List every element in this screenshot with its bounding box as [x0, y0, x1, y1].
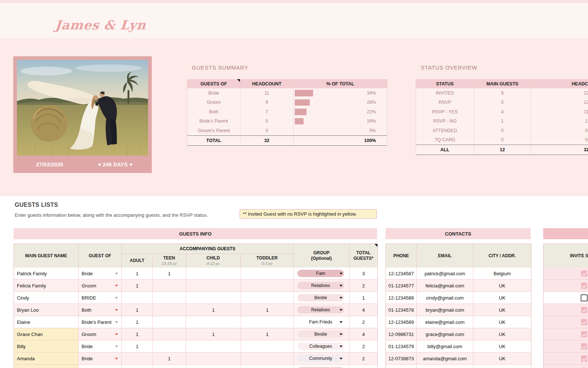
toddler-count-cell[interactable] [241, 280, 294, 291]
guest-name-cell[interactable]: Peter Lim [14, 365, 79, 368]
contact-city-cell[interactable]: UK [473, 353, 531, 364]
child-count-cell[interactable]: 1 [186, 328, 241, 340]
contact-city-cell[interactable]: UK [473, 292, 531, 304]
child-count-cell[interactable] [186, 316, 241, 328]
contact-email-cell[interactable]: felicia@gmail.com [417, 280, 473, 291]
group-dropdown[interactable]: Colleagues [294, 340, 349, 352]
toddler-count-cell[interactable] [241, 365, 294, 368]
contact-email-cell[interactable]: grace@gmail.com [417, 328, 473, 340]
teen-count-cell[interactable] [153, 292, 186, 304]
contact-phone-cell[interactable]: 01-1234579 [386, 340, 417, 352]
invite-sent-checkbox[interactable] [581, 283, 587, 289]
child-count-cell[interactable] [186, 268, 241, 279]
contact-phone-cell[interactable]: 12-1234587 [386, 268, 417, 279]
guest-name-cell[interactable]: Felicia Family [14, 280, 79, 291]
toddler-count-cell[interactable] [241, 268, 294, 279]
contact-city-cell[interactable]: UK [473, 328, 531, 340]
child-count-cell[interactable]: 1 [186, 304, 241, 316]
invite-sent-checkbox[interactable] [581, 343, 587, 350]
teen-count-cell[interactable] [153, 304, 186, 316]
guest-name-cell[interactable]: Grace Chan [14, 328, 79, 340]
guest-of-dropdown[interactable]: Bride [79, 353, 122, 364]
contact-city-cell[interactable]: UK [473, 340, 531, 352]
contact-phone-cell[interactable]: 01-1234577 [386, 280, 417, 291]
contact-city-cell[interactable]: UK [473, 304, 531, 316]
contact-phone-cell[interactable]: 01-1234578 [386, 304, 417, 316]
contact-email-cell[interactable]: amanda@gmail.com [417, 353, 473, 364]
group-dropdown[interactable]: Fam Frieds [294, 316, 349, 328]
contact-phone-cell[interactable]: 12-1234589 [386, 316, 417, 328]
guest-of-dropdown[interactable]: Bride [79, 340, 122, 352]
guest-name-cell[interactable]: Patrick Family [14, 268, 79, 279]
adult-count-cell[interactable] [122, 353, 153, 364]
contact-city-cell[interactable]: Belgium [473, 268, 531, 279]
child-count-cell[interactable] [186, 353, 241, 364]
guest-of-dropdown[interactable]: Both [79, 304, 122, 316]
group-pill: Colleagues [297, 343, 344, 350]
invite-sent-checkbox[interactable] [581, 319, 587, 325]
contact-phone-cell[interactable]: 12-0491015 [386, 365, 417, 368]
contact-city-cell[interactable]: UK [473, 316, 531, 328]
group-dropdown[interactable]: Bestie [294, 292, 349, 304]
guest-of-dropdown[interactable]: Groom [79, 280, 122, 291]
guest-name-cell[interactable]: Elaine [14, 316, 79, 328]
contact-city-cell[interactable]: UK [473, 280, 531, 291]
guest-of-dropdown[interactable]: Bride [79, 268, 122, 279]
contact-email-cell[interactable]: peter@gmail.com [417, 365, 473, 368]
invite-sent-checkbox[interactable] [581, 294, 588, 301]
child-count-cell[interactable] [186, 292, 241, 304]
teen-count-cell[interactable]: 1 [153, 268, 186, 279]
adult-count-cell[interactable]: 1 [122, 268, 153, 279]
child-count-cell[interactable]: 1 [186, 365, 241, 368]
invite-sent-checkbox[interactable] [581, 270, 587, 277]
guest-of-dropdown[interactable]: Groom [79, 328, 122, 340]
contact-phone-cell[interactable]: 12-0738873 [386, 353, 417, 364]
adult-count-cell[interactable] [122, 292, 153, 304]
teen-count-cell[interactable] [153, 280, 186, 291]
toddler-count-cell[interactable] [241, 340, 294, 352]
teen-count-cell[interactable] [153, 340, 186, 352]
contact-email-cell[interactable]: billy@gmail.com [417, 340, 473, 352]
toddler-count-cell[interactable] [241, 316, 294, 328]
contact-phone-cell[interactable]: 12-0986731 [386, 328, 417, 340]
group-dropdown[interactable]: Relatives [294, 280, 349, 291]
contact-email-cell[interactable]: elaine@gmail.com [417, 316, 473, 328]
group-dropdown[interactable]: Fam [294, 268, 349, 279]
contact-email-cell[interactable]: cindy@gmail.com [417, 292, 473, 304]
teen-count-cell[interactable] [153, 328, 186, 340]
status-headcount-cell: 22 [531, 88, 588, 98]
group-dropdown[interactable]: Bestie [294, 328, 349, 340]
group-dropdown[interactable]: Relatives [294, 304, 349, 316]
adult-count-cell[interactable]: 1 [122, 365, 153, 368]
toddler-count-cell[interactable]: 1 [241, 328, 294, 340]
group-dropdown[interactable]: Relatives [294, 365, 349, 368]
toddler-count-cell[interactable] [241, 292, 294, 304]
contact-email-cell[interactable]: patrick@gmail.com [417, 268, 473, 279]
contact-city-cell[interactable]: UK [473, 365, 531, 368]
teen-count-cell[interactable] [153, 365, 186, 368]
guest-name-cell[interactable]: Cindy [14, 292, 79, 304]
guest-of-dropdown[interactable]: BRIDE [79, 292, 122, 304]
child-count-cell[interactable] [186, 280, 241, 291]
guest-name-cell[interactable]: Bryan Loo [14, 304, 79, 316]
guest-name-cell[interactable]: Amanda [14, 353, 79, 364]
adult-count-cell[interactable]: 1 [122, 316, 153, 328]
invite-sent-checkbox[interactable] [581, 355, 587, 362]
guest-of-dropdown[interactable]: Groom [79, 365, 122, 368]
adult-count-cell[interactable]: 1 [122, 304, 153, 316]
teen-count-cell[interactable] [153, 316, 186, 328]
invite-sent-checkbox[interactable] [581, 307, 587, 313]
guest-name-cell[interactable]: Billy [14, 340, 79, 352]
toddler-count-cell[interactable]: 1 [241, 304, 294, 316]
adult-count-cell[interactable]: 1 [122, 328, 153, 340]
toddler-count-cell[interactable] [241, 353, 294, 364]
adult-count-cell[interactable]: 1 [122, 340, 153, 352]
child-count-cell[interactable] [186, 340, 241, 352]
guest-of-dropdown[interactable]: Bride's Parent [79, 316, 122, 328]
invite-sent-checkbox[interactable] [581, 331, 587, 337]
contact-email-cell[interactable]: bryan@gmail.com [417, 304, 473, 316]
teen-count-cell[interactable]: 1 [153, 353, 186, 364]
adult-count-cell[interactable]: 1 [122, 280, 153, 291]
contact-phone-cell[interactable]: 12-1234588 [386, 292, 417, 304]
group-dropdown[interactable]: Community [294, 353, 349, 364]
